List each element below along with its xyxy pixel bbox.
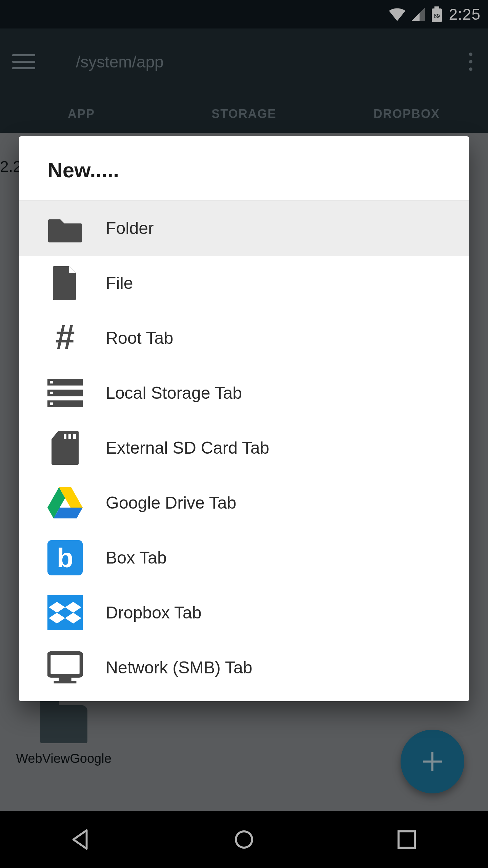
svg-rect-11 [50,402,53,405]
box-icon: b [47,540,83,575]
dialog-item-label: Box Tab [106,548,167,568]
dialog-item-google-drive-tab[interactable]: Google Drive Tab [19,475,469,530]
hash-icon: # [47,320,83,356]
dialog-item-label: Dropbox Tab [106,603,202,623]
svg-rect-13 [68,434,71,439]
new-dialog: New..... Folder File # Root Tab Local St… [19,136,469,701]
dialog-item-folder[interactable]: Folder [19,201,469,256]
svg-text:#: # [55,322,75,354]
monitor-icon [47,650,83,685]
dialog-item-file[interactable]: File [19,256,469,311]
dialog-title: New..... [19,136,469,201]
folder-icon [47,211,83,246]
dropbox-icon [47,595,83,630]
dialog-item-label: Network (SMB) Tab [106,658,252,677]
svg-rect-12 [64,434,66,439]
svg-rect-26 [59,677,71,681]
svg-rect-14 [73,434,76,439]
dialog-item-label: Root Tab [106,328,173,348]
dialog-item-box-tab[interactable]: b Box Tab [19,530,469,585]
dialog-item-dropbox-tab[interactable]: Dropbox Tab [19,585,469,640]
dialog-item-label: File [106,273,133,293]
gdrive-icon [47,485,83,520]
svg-rect-10 [50,392,53,394]
file-icon [47,265,83,301]
svg-rect-20 [47,595,83,630]
dialog-item-label: Google Drive Tab [106,493,236,513]
svg-text:b: b [57,543,74,573]
storage-icon [47,375,83,411]
dialog-item-external-sd-card-tab[interactable]: External SD Card Tab [19,420,469,475]
svg-rect-27 [54,681,77,683]
dialog-item-local-storage-tab[interactable]: Local Storage Tab [19,366,469,420]
svg-rect-25 [49,653,82,676]
dialog-item-label: External SD Card Tab [106,438,269,458]
dialog-item-label: Folder [106,218,154,238]
dialog-item-network-smb-tab[interactable]: Network (SMB) Tab [19,640,469,695]
sd-card-icon [47,430,83,466]
svg-rect-9 [50,381,53,383]
dialog-item-root-tab[interactable]: # Root Tab [19,311,469,366]
dialog-item-label: Local Storage Tab [106,383,242,403]
